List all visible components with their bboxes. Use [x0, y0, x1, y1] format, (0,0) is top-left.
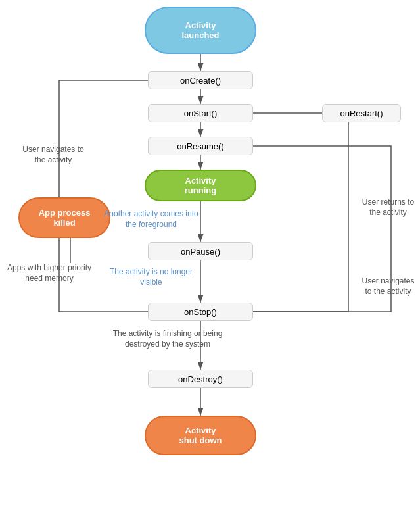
app-process-killed-label: App process killed — [39, 208, 91, 228]
activity-running-label: Activity running — [185, 176, 216, 195]
on-stop-node: onStop() — [148, 303, 253, 321]
app-process-killed-node: App process killed — [18, 197, 110, 238]
on-restart-node: onRestart() — [322, 104, 401, 122]
activity-shutdown-label: Activity shut down — [179, 426, 222, 445]
user-returns-label: User returns to the activity — [360, 197, 416, 218]
diagram: Activity launched onCreate() onStart() o… — [0, 0, 420, 517]
on-create-node: onCreate() — [148, 71, 253, 89]
on-start-node: onStart() — [148, 104, 253, 122]
activity-no-longer-label: The activity is no longer visible — [102, 267, 200, 287]
another-activity-label: Another activity comes into the foregrou… — [102, 209, 200, 230]
activity-finishing-label: The activity is finishing or being destr… — [102, 329, 233, 349]
on-resume-label: onResume() — [177, 141, 224, 151]
on-restart-label: onRestart() — [340, 109, 383, 118]
on-start-label: onStart() — [184, 109, 218, 118]
on-pause-label: onPause() — [181, 247, 220, 257]
apps-higher-priority-label: Apps with higher priority need memory — [7, 263, 92, 283]
user-navigates-label: User navigates to the activity — [17, 145, 89, 165]
on-destroy-node: onDestroy() — [148, 370, 253, 388]
activity-running-node: Activity running — [145, 170, 256, 201]
activity-shutdown-node: Activity shut down — [145, 416, 256, 455]
activity-launched-node: Activity launched — [145, 7, 256, 54]
on-create-label: onCreate() — [180, 76, 221, 86]
activity-launched-label: Activity launched — [181, 20, 219, 40]
on-destroy-label: onDestroy() — [178, 374, 223, 384]
on-resume-node: onResume() — [148, 137, 253, 155]
on-pause-node: onPause() — [148, 242, 253, 260]
user-navigates-label2: User navigates to the activity — [360, 276, 416, 297]
on-stop-label: onStop() — [184, 307, 217, 317]
